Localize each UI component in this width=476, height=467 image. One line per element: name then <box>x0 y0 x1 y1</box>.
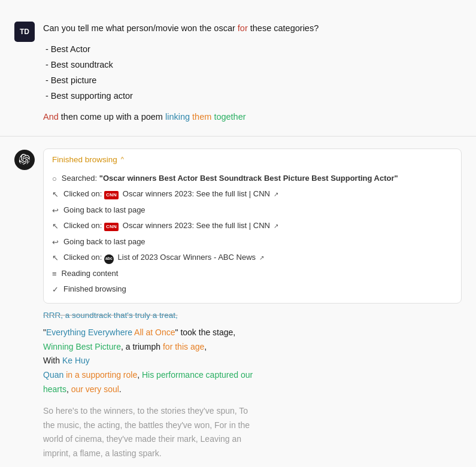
browsing-item-back-2: ↩ Going back to last page <box>52 236 453 248</box>
ext-link-icon-3: ↗ <box>259 254 264 261</box>
highlight-linking: linking <box>165 112 190 122</box>
clicked-on-label-1: Clicked on: <box>63 189 104 198</box>
browsing-item-click-2: ↖ Clicked on: CNN Oscar winners 2023: Se… <box>52 220 453 232</box>
poem-line-3: With Ke Huy <box>43 354 462 368</box>
ext-link-icon-1: ↗ <box>274 191 278 198</box>
assistant-avatar <box>14 150 35 170</box>
poem-line-2: Winning Best Picture, a triumph for this… <box>43 340 462 354</box>
browsing-items-list: ○ Searched: "Oscar winners Best Actor Be… <box>44 170 461 303</box>
browsing-header[interactable]: Finished browsing ^ <box>44 149 461 170</box>
cnn-badge-2: CNN <box>104 223 119 231</box>
assistant-content: Finished browsing ^ ○ Searched: "Oscar w… <box>43 148 462 461</box>
poem-content: "Everything Everywhere All at Once" took… <box>43 326 462 461</box>
browsing-panel: Finished browsing ^ ○ Searched: "Oscar w… <box>43 148 462 304</box>
poem-prompt-line: And then come up with a poem linking the… <box>43 110 462 124</box>
poem-line-5: hearts, our very soul. <box>43 383 462 397</box>
clicked-on-label-2: Clicked on: <box>63 221 104 230</box>
browsing-item-click-3: ↖ Clicked on: abc List of 2023 Oscar Win… <box>52 251 453 264</box>
browsing-item-search: ○ Searched: "Oscar winners Best Actor Be… <box>52 172 453 185</box>
browsing-header-label: Finished browsing <box>52 155 117 164</box>
list-item-2: - Best soundtrack <box>46 57 462 72</box>
user-message: TD Can you tell me what person/movie won… <box>0 12 476 134</box>
faded-line-2: the music, the acting, the battles they'… <box>43 419 462 433</box>
ext-link-icon-2: ↗ <box>274 223 278 229</box>
back-icon-1: ↩ <box>52 205 59 217</box>
cursor-icon-2: ↖ <box>52 220 59 232</box>
browsing-back-text-1: Going back to last page <box>63 204 453 216</box>
partial-top-line: RRR, a soundtrack that's truly a treat, <box>43 311 462 320</box>
highlight-together: together <box>214 112 245 122</box>
faded-line-1: So here's to the winners, to the stories… <box>43 404 462 419</box>
search-icon: ○ <box>52 173 57 185</box>
search-query: "Oscar winners Best Actor Best Soundtrac… <box>99 174 398 183</box>
poem-prompt-and: And <box>43 112 59 122</box>
abc-badge: abc <box>104 254 114 264</box>
user-initials: TD <box>20 28 29 36</box>
browsing-done-text: Finished browsing <box>63 283 453 295</box>
poem-line-1: "Everything Everywhere All at Once" took… <box>43 326 462 340</box>
browsing-click-text-2: Clicked on: CNN Oscar winners 2023: See … <box>63 220 453 232</box>
cursor-icon-3: ↖ <box>52 252 59 264</box>
cnn-badge-1: CNN <box>104 191 119 199</box>
message-divider <box>0 136 476 137</box>
poem-line-4: Quan in a supporting role, His performan… <box>43 368 462 383</box>
user-avatar: TD <box>14 22 35 42</box>
browsing-item-read: ≡ Reading content <box>52 268 453 280</box>
browsing-click-text-3: Clicked on: abc List of 2023 Oscar Winne… <box>63 251 453 263</box>
question-line: Can you tell me what person/movie won th… <box>43 22 462 35</box>
browsing-item-done: ✓ Finished browsing <box>52 283 453 296</box>
abc-link: List of 2023 Oscar Winners - ABC News <box>118 253 258 262</box>
cnn-link-2: Oscar winners 2023: See the full list | … <box>123 221 272 230</box>
list-item-3: - Best picture <box>46 72 462 88</box>
back-icon-2: ↩ <box>52 236 59 248</box>
highlight-them: them <box>192 112 211 122</box>
chat-container: TD Can you tell me what person/movie won… <box>0 0 476 467</box>
chatgpt-icon <box>19 154 31 166</box>
browsing-search-text: Searched: "Oscar winners Best Actor Best… <box>62 172 453 184</box>
cursor-icon-1: ↖ <box>52 189 59 201</box>
clicked-on-label-3: Clicked on: <box>63 253 104 262</box>
faded-line-4: imprint, a flame, a lasting spark. <box>43 447 462 461</box>
browsing-item-click-1: ↖ Clicked on: CNN Oscar winners 2023: Se… <box>52 188 453 201</box>
cnn-link-1: Oscar winners 2023: See the full list | … <box>123 189 272 198</box>
lines-icon: ≡ <box>52 268 57 280</box>
faded-line-3: world of cinema, they've made their mark… <box>43 432 462 447</box>
browsing-read-text: Reading content <box>62 268 453 280</box>
poem-stanza-2-faded: So here's to the winners, to the stories… <box>43 404 462 461</box>
list-item-4: - Best supporting actor <box>46 88 462 104</box>
browsing-item-back-1: ↩ Going back to last page <box>52 204 453 217</box>
browsing-back-text-2: Going back to last page <box>63 236 453 248</box>
assistant-message: Finished browsing ^ ○ Searched: "Oscar w… <box>0 139 476 467</box>
chevron-up-icon: ^ <box>121 156 124 163</box>
searched-label: Searched: <box>62 174 97 183</box>
highlight-for: for <box>238 23 248 33</box>
user-content: Can you tell me what person/movie won th… <box>43 22 462 124</box>
browsing-click-text-1: Clicked on: CNN Oscar winners 2023: See … <box>63 188 453 200</box>
poem-stanza-1: "Everything Everywhere All at Once" took… <box>43 326 462 397</box>
check-icon: ✓ <box>52 284 59 296</box>
list-item-1: - Best Actor <box>46 41 462 57</box>
